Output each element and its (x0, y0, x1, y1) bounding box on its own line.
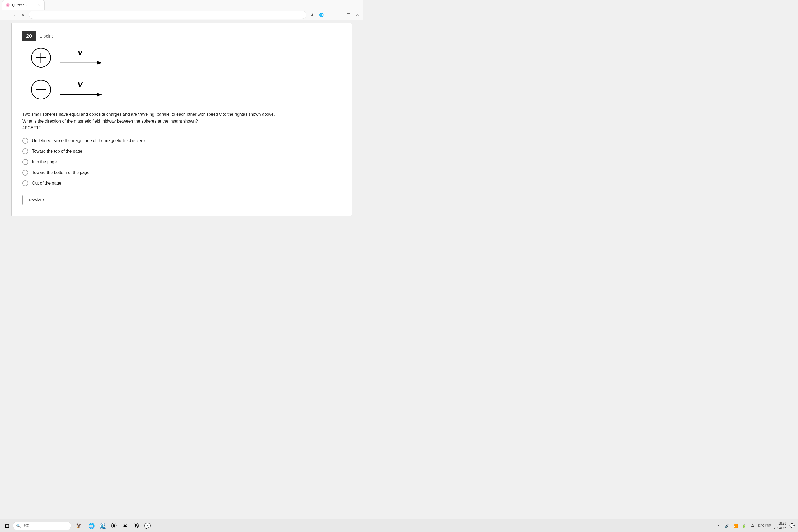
answer-option-2[interactable]: Toward the top of the page (22, 148, 341, 154)
svg-text:V: V (78, 81, 83, 89)
question-points: 1 point (40, 34, 53, 39)
question-header: 20 1 point (22, 32, 341, 41)
navigation-buttons-row: Previous (22, 195, 341, 205)
negative-sphere-row: V (30, 79, 341, 100)
address-bar[interactable] (29, 11, 306, 19)
nav-buttons: ‹ › ↻ (2, 11, 26, 19)
radio-button-3[interactable] (22, 159, 28, 165)
back-button[interactable]: ‹ (2, 11, 10, 19)
active-tab[interactable]: 🌸 Quizzes 2 ✕ (2, 0, 45, 10)
positive-sphere-svg (30, 47, 52, 68)
maximize-button[interactable]: ❐ (345, 11, 352, 19)
option-text-5: Out of the page (32, 181, 61, 186)
question-text-part2: to the rightas shown above. (222, 112, 275, 116)
positive-velocity-arrow: V (60, 49, 102, 66)
negative-sphere-svg (30, 79, 52, 100)
answer-option-4[interactable]: Toward the bottom of the page (22, 170, 341, 175)
question-code: 4PCEF12 (22, 126, 41, 130)
radio-button-2[interactable] (22, 148, 28, 154)
option-text-3: Into the page (32, 159, 57, 165)
more-button[interactable]: ⋯ (327, 11, 334, 19)
download-button[interactable]: ⬇ (308, 11, 316, 19)
svg-marker-5 (97, 61, 102, 65)
forward-button[interactable]: › (11, 11, 18, 19)
arrow-line-top (60, 59, 102, 66)
velocity-label-top: V (70, 49, 92, 58)
option-text-4: Toward the bottom of the page (32, 170, 89, 175)
reload-button[interactable]: ↻ (19, 11, 26, 19)
arrow-line-bottom (60, 91, 102, 98)
option-text-2: Toward the top of the page (32, 149, 82, 154)
minimize-button[interactable]: — (336, 11, 343, 19)
previous-button[interactable]: Previous (22, 195, 51, 205)
svg-text:V: V (78, 49, 83, 57)
browser-chrome: 🌸 Quizzes 2 ✕ ‹ › ↻ ⬇ 🌐 ⋯ — ❐ ✕ (0, 0, 363, 20)
address-input[interactable] (32, 13, 303, 17)
tab-bar: 🌸 Quizzes 2 ✕ (0, 0, 363, 10)
question-text: Two small spheres have equal and opposit… (22, 111, 341, 131)
answer-option-1[interactable]: Undefined, since the magnitude of the ma… (22, 138, 341, 144)
tab-favicon: 🌸 (5, 3, 10, 7)
close-button[interactable]: ✕ (354, 11, 361, 19)
tab-title: Quizzes 2 (12, 3, 35, 7)
radio-button-1[interactable] (22, 138, 28, 144)
positive-sphere-row: V (30, 47, 341, 68)
answer-option-5[interactable]: Out of the page (22, 180, 341, 186)
svg-marker-10 (97, 93, 102, 97)
answer-options: Undefined, since the magnitude of the ma… (22, 138, 341, 186)
address-bar-row: ‹ › ↻ ⬇ 🌐 ⋯ — ❐ ✕ (0, 10, 363, 20)
browser-actions: ⬇ 🌐 ⋯ — ❐ ✕ (308, 11, 361, 19)
content-area: 20 1 point V (0, 20, 363, 216)
question-text-line2: What is the direction of the magnetic fi… (22, 119, 198, 124)
question-text-part1: Two small spheres have equal and opposit… (22, 112, 219, 116)
translate-button[interactable]: 🌐 (318, 11, 325, 19)
quiz-container: 20 1 point V (12, 23, 352, 216)
question-bold-v: v (219, 112, 222, 116)
question-number: 20 (22, 32, 36, 41)
radio-button-5[interactable] (22, 180, 28, 186)
negative-velocity-arrow: V (60, 81, 102, 98)
tab-close-button[interactable]: ✕ (38, 3, 41, 7)
option-text-1: Undefined, since the magnitude of the ma… (32, 138, 145, 143)
answer-option-3[interactable]: Into the page (22, 159, 341, 165)
radio-button-4[interactable] (22, 170, 28, 175)
velocity-label-bottom: V (70, 81, 92, 91)
diagram-area: V (30, 47, 341, 100)
